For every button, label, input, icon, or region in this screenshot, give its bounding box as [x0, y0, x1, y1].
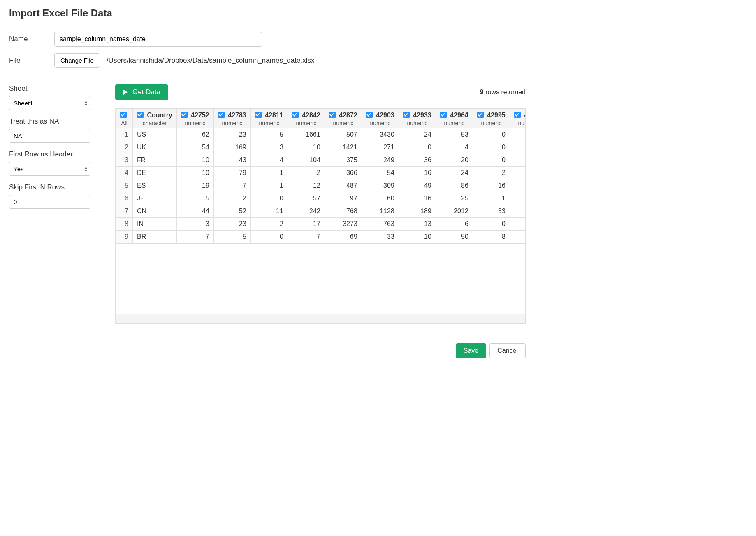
table-cell: 4 — [436, 141, 473, 154]
table-cell: BR — [133, 231, 177, 243]
table-cell: 0 — [473, 154, 510, 167]
skip-input[interactable] — [9, 195, 90, 209]
table-cell: 44 — [176, 205, 213, 218]
column-header[interactable]: 42995numeric — [473, 109, 510, 128]
column-type: numeric — [255, 120, 283, 126]
table-cell: 1128 — [362, 205, 399, 218]
save-button[interactable]: Save — [456, 343, 486, 358]
page-title: Import Excel File Data — [9, 7, 526, 19]
table-cell: 375 — [325, 154, 362, 167]
column-name: 42933 — [413, 112, 431, 119]
column-checkbox[interactable] — [403, 112, 410, 118]
table-cell: 5 — [176, 192, 213, 205]
table-cell: 86 — [436, 179, 473, 192]
column-name: 42995 — [487, 112, 506, 119]
select-all-checkbox[interactable] — [120, 112, 127, 118]
column-header[interactable]: 42903numeric — [362, 109, 399, 128]
column-checkbox[interactable] — [477, 112, 484, 118]
table-cell: 1 — [510, 231, 526, 243]
table-cell: 10 — [176, 167, 213, 179]
table-cell: 4 — [250, 154, 288, 167]
column-header[interactable]: 42842numeric — [288, 109, 325, 128]
table-cell: 763 — [362, 218, 399, 231]
table-cell: 271 — [362, 141, 399, 154]
get-data-button[interactable]: Get Data — [115, 84, 168, 100]
table-footer-bar — [115, 314, 526, 324]
table-cell: 104 — [288, 154, 325, 167]
column-header[interactable]: 42933numeric — [399, 109, 436, 128]
column-checkbox[interactable] — [366, 112, 373, 118]
table-cell: 54 — [362, 167, 399, 179]
table-cell: 0 — [473, 141, 510, 154]
table-row: 8IN32321732737631360 — [116, 218, 526, 231]
column-type: numeric — [181, 120, 209, 126]
table-cell: 52 — [213, 205, 250, 218]
table-cell: 13 — [399, 218, 436, 231]
table-cell: 0 — [473, 218, 510, 231]
get-data-label: Get Data — [132, 88, 160, 96]
column-type: numeric — [218, 120, 246, 126]
table-cell: 62 — [176, 128, 213, 141]
column-header[interactable]: 42783numeric — [213, 109, 250, 128]
column-header[interactable]: 42872numeric — [325, 109, 362, 128]
row-number: 5 — [116, 179, 133, 192]
column-checkbox[interactable] — [292, 112, 299, 118]
row-number: 6 — [116, 192, 133, 205]
column-header[interactable]: 42811numeric — [250, 109, 288, 128]
column-header[interactable]: 43025numeric — [510, 109, 526, 128]
na-label: Treat this as NA — [9, 117, 101, 126]
row-number: 4 — [116, 167, 133, 179]
table-row: 7CN44521124276811281892012334 — [116, 205, 526, 218]
table-cell: 1661 — [288, 128, 325, 141]
table-cell: 2 — [473, 167, 510, 179]
table-cell: DE — [133, 167, 177, 179]
column-checkbox[interactable] — [329, 112, 336, 118]
table-cell: 54 — [176, 141, 213, 154]
table-cell: 16 — [473, 179, 510, 192]
column-header[interactable]: 42752numeric — [176, 109, 213, 128]
table-row: 4DE1079123665416242 — [116, 167, 526, 179]
column-name: Country — [147, 112, 172, 119]
table-cell: 4 — [510, 205, 526, 218]
column-checkbox[interactable] — [137, 112, 144, 118]
header-select[interactable]: Yes — [9, 162, 90, 176]
name-input[interactable] — [54, 32, 262, 47]
table-row: 1US622351661507343024530 — [116, 128, 526, 141]
table-cell: 5 — [213, 231, 250, 243]
sheet-label: Sheet — [9, 84, 101, 93]
table-row: 2UK541693101421271040 — [116, 141, 526, 154]
data-table-scroll[interactable]: All Countrycharacter 42752numeric 42783n… — [115, 108, 526, 244]
table-cell: 10 — [288, 141, 325, 154]
sheet-select[interactable]: Sheet1 — [9, 96, 90, 110]
table-cell: 50 — [436, 231, 473, 243]
cancel-button[interactable]: Cancel — [489, 343, 526, 358]
column-type: numeric — [366, 120, 394, 126]
table-cell: 5 — [250, 128, 288, 141]
table-cell: 16 — [399, 167, 436, 179]
table-row: 9BR75076933105081 — [116, 231, 526, 243]
table-cell — [510, 218, 526, 231]
table-empty-space — [115, 244, 526, 314]
table-cell: 309 — [362, 179, 399, 192]
table-cell — [510, 141, 526, 154]
column-checkbox[interactable] — [440, 112, 447, 118]
column-checkbox[interactable] — [218, 112, 225, 118]
column-checkbox[interactable] — [181, 112, 188, 118]
column-name: 42752 — [191, 112, 209, 119]
column-header[interactable]: 42964numeric — [436, 109, 473, 128]
table-cell: 1 — [473, 192, 510, 205]
table-cell: 3430 — [362, 128, 399, 141]
column-header[interactable]: Countrycharacter — [133, 109, 177, 128]
table-cell: 97 — [325, 192, 362, 205]
table-cell: 487 — [325, 179, 362, 192]
na-input[interactable] — [9, 129, 90, 143]
table-cell: 25 — [436, 192, 473, 205]
column-checkbox[interactable] — [255, 112, 262, 118]
table-cell: 249 — [362, 154, 399, 167]
column-checkbox[interactable] — [514, 112, 521, 118]
change-file-button[interactable]: Change File — [54, 53, 100, 68]
table-cell: 0 — [250, 231, 288, 243]
table-cell: 0 — [473, 128, 510, 141]
table-cell: 1 — [250, 179, 288, 192]
table-cell: 24 — [436, 167, 473, 179]
